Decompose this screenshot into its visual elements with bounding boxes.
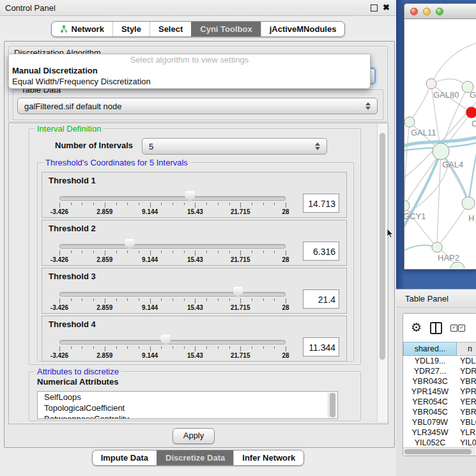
table-cell-shared-name[interactable]: YDR27... (403, 366, 457, 376)
table-row[interactable]: YLR345WYLR3 (403, 427, 476, 438)
table-cell-shared-name[interactable]: YLR345W (403, 427, 457, 438)
scrollbar-thumb[interactable] (330, 393, 335, 417)
table-row[interactable]: YDL19...YDL1 (403, 356, 476, 366)
threshold-box-2: Threshold 2-3.4262.8599.14415.4321.71528… (42, 220, 347, 266)
intervals-combobox[interactable]: 5 (142, 138, 327, 155)
network-edge-highlighted[interactable] (468, 141, 476, 203)
threshold-value-field[interactable]: 11.344 (303, 337, 339, 357)
network-node-gal4[interactable] (433, 143, 449, 160)
table-row[interactable]: YBL079WYBL0 (403, 417, 476, 427)
table-cell-name[interactable]: YER0 (457, 397, 476, 407)
attribute-item-selfloops[interactable]: SelfLoops (38, 392, 337, 403)
network-edge[interactable] (437, 151, 441, 247)
tab-cyni-toolbox[interactable]: Cyni Toolbox (191, 22, 260, 36)
tick-mark (206, 298, 207, 301)
column-view-icon[interactable] (430, 322, 442, 334)
slider-track[interactable] (59, 244, 286, 249)
table-row[interactable]: YIL052CYIL0 (403, 438, 476, 448)
table-data-combobox[interactable]: galFiltered.sif default node (17, 98, 378, 114)
attribute-item-betweennesscentrality[interactable]: BetweennessCentrality (38, 413, 337, 419)
tick-label: 9.144 (142, 352, 158, 359)
table-row[interactable]: YBR045CYBR0 (403, 407, 476, 417)
tick-label: 2.859 (96, 256, 112, 263)
network-canvas[interactable]: GAL80GACGAL11GAL4GCY1HHAP2 (404, 19, 476, 268)
settings-scrollbar[interactable] (377, 124, 387, 422)
apply-button[interactable]: Apply (173, 428, 215, 444)
network-node-c[interactable] (466, 107, 476, 118)
tab-infer-network[interactable]: Infer Network (233, 450, 303, 465)
network-window-titlebar[interactable] (404, 4, 476, 19)
network-edge[interactable] (404, 151, 441, 206)
slider-track[interactable] (59, 196, 286, 201)
tick-mark (116, 250, 117, 253)
table-cell-name[interactable]: YBR0 (457, 376, 476, 387)
combo-stepper-icon (315, 142, 320, 150)
network-node-gal11[interactable] (404, 117, 415, 127)
scrollbar-thumb[interactable] (380, 133, 385, 360)
threshold-value-field[interactable]: 6.316 (303, 242, 339, 261)
zoom-traffic-light-icon[interactable] (436, 8, 443, 15)
table-cell-shared-name[interactable]: YER054C (403, 397, 457, 407)
table-cell-name[interactable]: YPR1 (457, 387, 476, 397)
network-edge[interactable] (404, 161, 449, 217)
select-columns-icon[interactable]: ✓ ✓ (450, 325, 465, 332)
attributes-scrollbar[interactable] (328, 392, 337, 419)
mouse-cursor (387, 229, 394, 239)
tick-label: 15.43 (187, 256, 203, 263)
table-row[interactable]: YDR27...YDR2 (403, 366, 476, 376)
table-cell-name[interactable]: YBR0 (457, 407, 476, 417)
close-traffic-light-icon[interactable] (410, 8, 418, 15)
table-cell-shared-name[interactable]: YBR045C (403, 407, 457, 417)
minimize-traffic-light-icon[interactable] (423, 8, 431, 15)
gear-icon[interactable]: ⚙ (411, 322, 422, 334)
table-cell-shared-name[interactable]: YDL19... (403, 356, 457, 366)
float-window-icon[interactable] (371, 4, 378, 12)
tab-impute-data[interactable]: Impute Data (93, 450, 157, 465)
tick-mark (116, 346, 117, 349)
scrollbar-thumb[interactable] (404, 449, 472, 454)
network-edge[interactable] (437, 203, 468, 247)
table-cell-name[interactable]: YDL1 (457, 356, 476, 366)
node-label: GA (470, 90, 476, 100)
network-edge[interactable] (404, 122, 410, 206)
table-cell-shared-name[interactable]: YPR145W (403, 387, 457, 397)
table-row[interactable]: YPR145WYPR1 (403, 387, 476, 397)
tab-network[interactable]: Network (52, 22, 112, 36)
table-cell-name[interactable]: YLR3 (457, 427, 476, 438)
tab-jactivemnodules[interactable]: jActiveMNodules (261, 22, 345, 36)
table-cell-name[interactable]: YDR2 (457, 366, 476, 376)
table-cell-shared-name[interactable]: YBR043C (403, 376, 457, 387)
attributes-list[interactable]: SelfLoopsTopologicalCoefficientBetweenne… (37, 391, 338, 419)
tab-discretize-data[interactable]: Discretize Data (157, 450, 233, 465)
table-row[interactable]: YER054CYER0 (403, 397, 476, 407)
threshold-value-field[interactable]: 21.4 (303, 289, 339, 309)
tick-mark (274, 298, 275, 301)
slider-track[interactable] (59, 292, 286, 296)
table-cell-name[interactable]: YBL0 (457, 417, 476, 427)
close-icon[interactable]: ✖ (383, 4, 390, 11)
threshold-value-field[interactable]: 14.713 (303, 194, 339, 213)
tab-style[interactable]: Style (112, 22, 150, 36)
tick-mark (286, 250, 286, 256)
network-node[interactable] (450, 262, 464, 268)
attribute-item-topologicalcoefficient[interactable]: TopologicalCoefficient (38, 403, 337, 413)
table-row[interactable]: YBR043CYBR0 (403, 376, 476, 387)
table-cell-shared-name[interactable]: YIL052C (403, 438, 457, 448)
popup-option-equal-width-frequency-discretization[interactable]: Equal Width/Frequency Discretization (9, 76, 370, 87)
popup-option-manual-discretization[interactable]: Manual Discretization (9, 65, 370, 76)
table-horizontal-scrollbar[interactable] (403, 447, 475, 456)
network-node-h[interactable] (462, 197, 475, 210)
column-header-name[interactable]: n (457, 342, 476, 356)
tab-select[interactable]: Select (150, 22, 191, 36)
column-header-shared-name[interactable]: shared... (403, 342, 457, 356)
table-cell-name[interactable]: YIL0 (457, 438, 476, 448)
network-edge[interactable] (410, 84, 431, 122)
network-node-gcy1[interactable] (404, 201, 410, 211)
network-edge[interactable] (431, 42, 476, 84)
tick-mark (93, 203, 94, 205)
network-node-gal80[interactable] (426, 79, 436, 89)
node-label: C (472, 119, 476, 128)
slider-track[interactable] (59, 340, 286, 344)
table-cell-shared-name[interactable]: YBL079W (403, 417, 457, 427)
network-node-hap2[interactable] (432, 242, 442, 252)
